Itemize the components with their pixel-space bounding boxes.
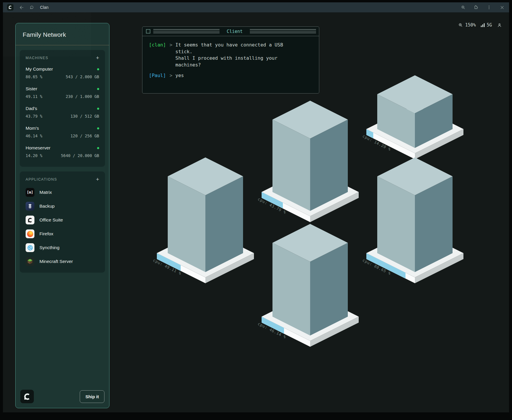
machine-node[interactable]: cpu: 49.11 % [152,157,254,283]
application-name: Matrix [39,190,52,195]
machine-name: Sister [26,86,37,91]
chat-text: It seems that you have connected a USB s… [175,42,312,69]
zoom-level-value: 150% [465,22,476,28]
matrix-icon: [m] [26,188,34,197]
machine-name: My Computer [26,66,53,72]
machine-cpu: 43.79 % [26,114,42,119]
chat-prompt-arrow: > [167,42,175,69]
chat-prompt-arrow: > [167,72,175,79]
application-item[interactable]: Firefox [26,229,99,238]
zoom-icon[interactable] [460,4,466,10]
back-icon[interactable] [18,4,24,10]
browser-tab-title: Clan [40,5,49,10]
firefox-icon [26,229,34,238]
app-window: Clan cpu: 14.20 % [3,2,509,412]
zoom-level-icon[interactable] [458,23,463,28]
machine-item[interactable]: My Computer 80.65 % 543 / 2.000 GB [26,66,99,79]
sidebar: Family Network MACHINES + My Computer 80… [15,23,109,408]
online-status-dot [97,108,99,110]
online-status-dot [97,147,99,149]
backup-icon [26,202,34,211]
machines-list: My Computer 80.65 % 543 / 2.000 GB Siste… [26,66,99,158]
machine-cpu: 14.20 % [26,153,42,158]
machine-node[interactable]: cpu: 46.14 % [257,224,359,347]
chat-speaker: [clan] [149,42,167,69]
chat-message: [clan] > It seems that you have connecte… [149,42,312,69]
network-label: 5G [487,22,492,28]
machine-node[interactable]: cpu: 14.20 % [362,75,463,159]
machine-item[interactable]: Dad’s 43.79 % 130 / 512 GB [26,106,99,119]
extension-icon[interactable] [473,4,479,10]
machine-storage: 543 / 2.000 GB [66,74,99,79]
online-status-dot [97,68,99,70]
machine-storage: 230 / 1.000 GB [66,94,99,99]
application-item[interactable]: Backup [26,202,99,211]
network-title: Family Network [23,31,102,38]
client-window: Client [clan] > It seems that you have c… [142,26,319,94]
chat-speaker: [Paul] [149,72,167,79]
machine-cpu: 80.65 % [26,74,42,79]
office-suite-icon [26,216,34,224]
application-item[interactable]: [m] Matrix [26,188,99,197]
titlebar-stripes [250,29,316,34]
add-machine-button[interactable]: + [96,56,99,60]
refresh-icon[interactable] [29,4,35,10]
clan-logo-icon [7,4,14,11]
machine-node[interactable]: cpu: 43.79 % [257,101,359,222]
application-name: Firefox [39,231,53,236]
status-indicators: 150% 5G [458,22,502,28]
network-canvas: cpu: 14.20 % cpu: 43.79 % cpu: 49.11 % c… [3,12,509,412]
machine-item[interactable]: Homeserver 14.20 % 5640 / 20.000 GB [26,145,99,158]
sidebar-header: Family Network [16,23,109,45]
applications-list: [m] Matrix Backup Office Suite Firefox S… [26,188,99,266]
chat-log: [clan] > It seems that you have connecte… [142,36,319,85]
client-window-title: Client [222,29,247,34]
machine-name: Dad’s [26,106,37,111]
application-item[interactable]: Office Suite [26,216,99,224]
application-name: Office Suite [39,217,63,223]
applications-card: APPLICATIONS + [m] Matrix Backup Office … [20,171,105,273]
machine-cpu: 46.14 % [26,134,42,138]
application-name: Minecraft Server [39,259,73,264]
machine-name: Homeserver [26,145,50,151]
machine-name: Mom's [26,126,39,131]
sidebar-footer: Ship it [16,386,109,408]
machine-storage: 5640 / 20.000 GB [61,153,99,158]
machine-item[interactable]: Mom's 46.14 % 120 / 256 GB [26,126,99,138]
machines-card: MACHINES + My Computer 80.65 % 543 / 2.0… [20,50,105,167]
machine-cpu: 49.11 % [26,94,42,99]
client-window-titlebar[interactable]: Client [142,27,319,36]
titlebar-stripes [153,29,220,34]
machines-header: MACHINES [26,56,48,60]
online-status-dot [97,88,99,90]
application-item[interactable]: Syncthing [26,243,99,252]
close-icon[interactable] [499,4,505,10]
machine-storage: 130 / 512 GB [70,114,99,119]
clan-logo [20,390,34,403]
ship-it-button[interactable]: Ship it [80,390,104,403]
minecraft-icon [26,257,34,266]
online-status-dot [97,127,99,129]
signal-icon [481,23,485,27]
machine-storage: 120 / 256 GB [70,134,99,138]
machine-item[interactable]: Sister 49.11 % 230 / 1.000 GB [26,86,99,99]
syncthing-icon [26,243,34,252]
application-name: Syncthing [39,245,59,250]
chat-text: yes [175,72,312,79]
chat-message: [Paul] > yes [149,72,312,79]
browser-bar: Clan [3,2,509,12]
add-application-button[interactable]: + [96,177,99,181]
application-name: Backup [39,204,55,209]
machine-node[interactable]: cpu: 80.65 % [362,157,463,283]
applications-header: APPLICATIONS [26,177,57,181]
window-box-icon[interactable] [146,29,150,34]
user-icon[interactable] [497,23,502,28]
application-item[interactable]: Minecraft Server [26,257,99,266]
menu-icon[interactable] [486,4,492,10]
